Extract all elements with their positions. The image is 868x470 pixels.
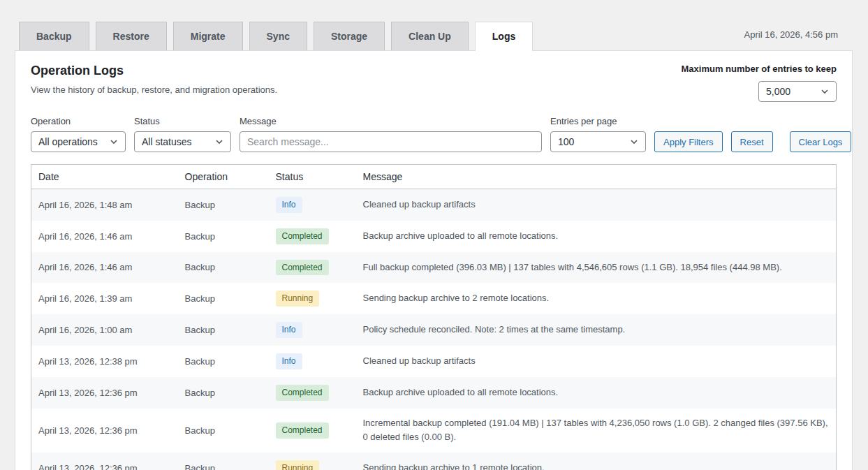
tab-backup[interactable]: Backup <box>19 22 89 50</box>
tab-bar: BackupRestoreMigrateSyncStorageClean UpL… <box>19 22 539 50</box>
page-subtitle: View the history of backup, restore, and… <box>31 85 277 95</box>
column-header-message: Message <box>356 165 837 189</box>
operation-filter-label: Operation <box>31 116 126 126</box>
log-operation: Backup <box>178 283 269 314</box>
logs-table-body: April 16, 2026, 1:48 amBackupInfoCleaned… <box>31 189 837 470</box>
log-message: Cleaned up backup artifacts <box>356 346 837 377</box>
top-bar: BackupRestoreMigrateSyncStorageClean UpL… <box>0 0 868 50</box>
table-header-row: DateOperationStatusMessage <box>31 165 837 189</box>
table-row: April 16, 2026, 1:46 amBackupCompletedBa… <box>31 221 837 252</box>
status-filter-group: Status All statuses <box>134 116 231 152</box>
status-badge: Completed <box>276 228 329 244</box>
log-message: Backup archive uploaded to all remote lo… <box>356 221 837 252</box>
filters-bar: Operation All operations Status All stat… <box>31 116 837 152</box>
log-message: Policy schedule reconciled. Note: 2 time… <box>356 314 837 346</box>
log-status-cell: Info <box>269 189 356 221</box>
message-filter-group: Message <box>240 116 542 152</box>
logs-table-head: DateOperationStatusMessage <box>31 165 837 189</box>
status-filter-label: Status <box>134 116 231 126</box>
entries-per-page-select[interactable]: 100 <box>550 131 646 152</box>
chevron-down-icon <box>110 138 118 146</box>
max-entries-value: 5,000 <box>766 86 790 97</box>
log-message: Sending backup archive to 1 remote locat… <box>356 453 837 470</box>
status-badge: Completed <box>276 385 329 401</box>
status-filter-value: All statuses <box>142 136 192 147</box>
log-date: April 16, 2026, 1:00 am <box>31 314 178 346</box>
log-status-cell: Completed <box>269 221 356 252</box>
logs-panel: Operation Logs View the history of backu… <box>15 50 853 470</box>
table-row: April 13, 2026, 12:36 pmBackupCompletedI… <box>31 409 837 453</box>
message-filter-label: Message <box>240 116 542 126</box>
tab-migrate[interactable]: Migrate <box>173 22 243 50</box>
apply-filters-button[interactable]: Apply Filters <box>654 131 723 152</box>
table-row: April 13, 2026, 12:36 pmBackupCompletedB… <box>31 377 837 409</box>
status-badge: Info <box>276 197 302 213</box>
log-operation: Backup <box>178 314 269 346</box>
log-message: Full backup completed (396.03 MB) | 137 … <box>356 252 837 284</box>
table-row: April 16, 2026, 1:46 amBackupCompletedFu… <box>31 252 837 284</box>
log-status-cell: Running <box>269 453 356 470</box>
log-message: Incremental backup completed (191.04 MB)… <box>356 409 837 453</box>
log-date: April 16, 2026, 1:39 am <box>31 283 178 314</box>
log-date: April 16, 2026, 1:46 am <box>31 252 178 284</box>
status-badge: Completed <box>276 423 329 439</box>
tab-storage[interactable]: Storage <box>314 22 385 50</box>
table-row: April 13, 2026, 12:36 pmBackupRunningSen… <box>31 453 837 470</box>
log-operation: Backup <box>178 221 269 252</box>
tab-logs[interactable]: Logs <box>475 22 533 51</box>
panel-header: Operation Logs View the history of backu… <box>31 64 837 102</box>
entries-per-page-label: Entries per page <box>550 116 646 126</box>
log-date: April 13, 2026, 12:36 pm <box>31 377 178 409</box>
log-status-cell: Running <box>269 283 356 314</box>
status-badge: Info <box>276 322 302 338</box>
log-message: Backup archive uploaded to all remote lo… <box>356 377 837 409</box>
log-status-cell: Completed <box>269 377 356 409</box>
clear-logs-button[interactable]: Clear Logs <box>790 131 852 152</box>
status-badge: Info <box>276 353 302 369</box>
entries-per-page-group: Entries per page 100 <box>550 116 646 152</box>
chevron-down-icon <box>821 87 829 96</box>
logs-table: DateOperationStatusMessage April 16, 202… <box>31 164 837 470</box>
log-operation: Backup <box>178 409 269 453</box>
current-datetime: April 16, 2026, 4:56 pm <box>744 29 838 40</box>
log-status-cell: Info <box>269 346 356 377</box>
operation-filter-group: Operation All operations <box>31 116 126 152</box>
tab-restore[interactable]: Restore <box>96 22 167 50</box>
log-status-cell: Info <box>269 314 356 346</box>
tab-clean-up[interactable]: Clean Up <box>391 22 469 50</box>
log-operation: Backup <box>178 346 269 377</box>
log-date: April 13, 2026, 12:36 pm <box>31 409 178 453</box>
table-row: April 16, 2026, 1:00 amBackupInfoPolicy … <box>31 314 837 346</box>
page-title: Operation Logs <box>31 64 277 78</box>
status-badge: Completed <box>276 260 329 276</box>
chevron-down-icon <box>630 138 638 146</box>
tab-sync[interactable]: Sync <box>249 22 307 50</box>
log-date: April 13, 2026, 12:36 pm <box>31 453 178 470</box>
log-date: April 13, 2026, 12:38 pm <box>31 346 178 377</box>
table-row: April 16, 2026, 1:39 amBackupRunningSend… <box>31 283 837 314</box>
log-operation: Backup <box>178 252 269 284</box>
chevron-down-icon <box>215 138 223 146</box>
panel-header-right: Maximum number of entries to keep 5,000 <box>682 64 837 102</box>
status-badge: Running <box>276 460 320 470</box>
panel-header-left: Operation Logs View the history of backu… <box>31 64 277 95</box>
log-operation: Backup <box>178 189 269 221</box>
status-badge: Running <box>276 291 320 307</box>
status-filter-select[interactable]: All statuses <box>134 131 231 152</box>
max-entries-label: Maximum number of entries to keep <box>682 64 837 74</box>
log-operation: Backup <box>178 453 269 470</box>
log-operation: Backup <box>178 377 269 409</box>
reset-button[interactable]: Reset <box>731 131 773 152</box>
log-message: Sending backup archive to 2 remote locat… <box>356 283 837 314</box>
message-search-input[interactable] <box>240 131 542 152</box>
column-header-operation: Operation <box>178 165 269 189</box>
operation-filter-select[interactable]: All operations <box>31 131 126 152</box>
column-header-status: Status <box>269 165 356 189</box>
table-row: April 13, 2026, 12:38 pmBackupInfoCleane… <box>31 346 837 377</box>
table-row: April 16, 2026, 1:48 amBackupInfoCleaned… <box>31 189 837 221</box>
log-message: Cleaned up backup artifacts <box>356 189 837 221</box>
max-entries-select[interactable]: 5,000 <box>758 81 837 102</box>
log-date: April 16, 2026, 1:48 am <box>31 189 178 221</box>
operation-filter-value: All operations <box>38 136 98 147</box>
log-date: April 16, 2026, 1:46 am <box>31 221 178 252</box>
